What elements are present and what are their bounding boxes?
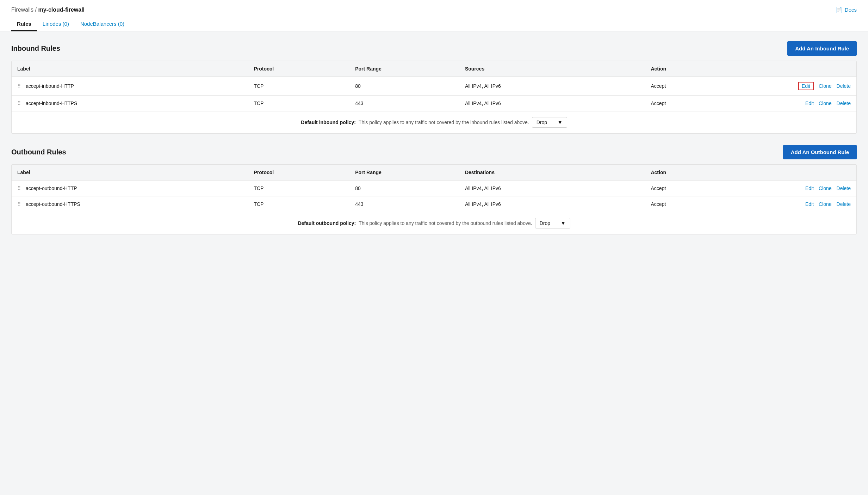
outbound-table-wrapper: Label Protocol Port Range Destinations A… <box>11 164 857 234</box>
inbound-row1-edit-button[interactable]: Edit <box>798 82 814 90</box>
docs-icon: 📄 <box>836 6 843 13</box>
outbound-row1-destinations: All IPv4, All IPv6 <box>459 181 645 196</box>
outbound-row1-protocol: TCP <box>248 181 349 196</box>
outbound-row2-destinations: All IPv4, All IPv6 <box>459 196 645 212</box>
inbound-row2-edit-button[interactable]: Edit <box>805 100 814 106</box>
inbound-row2-action: Accept <box>645 96 730 111</box>
tab-nodebalancers[interactable]: NodeBalancers (0) <box>75 17 130 31</box>
outbound-table-row: ⠿ accept-outbound-HTTPS TCP 443 All IPv4… <box>12 196 856 212</box>
main-content: Inbound Rules Add An Inbound Rule Label … <box>0 31 868 488</box>
outbound-row2-edit-button[interactable]: Edit <box>805 201 814 207</box>
inbound-section-header: Inbound Rules Add An Inbound Rule <box>11 41 857 56</box>
outbound-row2-delete-button[interactable]: Delete <box>837 201 851 207</box>
outbound-policy-text: This policy applies to any traffic not c… <box>359 220 532 226</box>
inbound-policy-text: This policy applies to any traffic not c… <box>359 120 529 125</box>
outbound-row1-portrange: 80 <box>349 181 459 196</box>
inbound-row1-sources: All IPv4, All IPv6 <box>459 77 645 96</box>
docs-link[interactable]: 📄 Docs <box>836 6 857 13</box>
outbound-col-row-actions <box>730 165 856 181</box>
outbound-row2-protocol: TCP <box>248 196 349 212</box>
inbound-row2-label: accept-inbound-HTTPS <box>26 100 77 106</box>
inbound-table-row: ⠿ accept-inbound-HTTPS TCP 443 All IPv4,… <box>12 96 856 111</box>
outbound-section: Outbound Rules Add An Outbound Rule Labe… <box>11 145 857 234</box>
outbound-col-portrange: Port Range <box>349 165 459 181</box>
inbound-col-label: Label <box>12 61 248 77</box>
inbound-table-row: ⠿ accept-inbound-HTTP TCP 80 All IPv4, A… <box>12 77 856 96</box>
inbound-row2-delete-button[interactable]: Delete <box>837 100 851 106</box>
drag-handle-icon: ⠿ <box>17 185 23 191</box>
inbound-row1-actions: Edit Clone Delete <box>730 77 856 96</box>
outbound-row2-label: accept-outbound-HTTPS <box>26 201 80 207</box>
tab-rules[interactable]: Rules <box>11 17 37 31</box>
inbound-policy-row: Default inbound policy: This policy appl… <box>12 111 856 133</box>
inbound-row2-clone-button[interactable]: Clone <box>819 100 832 106</box>
outbound-col-action: Action <box>645 165 730 181</box>
outbound-row1-delete-button[interactable]: Delete <box>837 185 851 191</box>
inbound-col-row-actions <box>730 61 856 77</box>
drag-handle-icon: ⠿ <box>17 100 23 106</box>
drag-handle-icon: ⠿ <box>17 201 23 207</box>
breadcrumb-prefix: Firewalls / <box>11 7 37 13</box>
outbound-table-row: ⠿ accept-outbound-HTTP TCP 80 All IPv4, … <box>12 181 856 196</box>
outbound-table: Label Protocol Port Range Destinations A… <box>12 165 856 212</box>
inbound-table: Label Protocol Port Range Sources Action <box>12 61 856 111</box>
inbound-row2-label-cell: ⠿ accept-inbound-HTTPS <box>12 96 248 111</box>
outbound-row2-label-cell: ⠿ accept-outbound-HTTPS <box>12 196 248 212</box>
inbound-section: Inbound Rules Add An Inbound Rule Label … <box>11 41 857 134</box>
add-outbound-rule-button[interactable]: Add An Outbound Rule <box>783 145 857 159</box>
inbound-row1-clone-button[interactable]: Clone <box>819 83 832 89</box>
tabs-container: Rules Linodes (0) NodeBalancers (0) <box>0 17 868 31</box>
outbound-row1-actions: Edit Clone Delete <box>730 181 856 196</box>
chevron-down-icon: ▼ <box>558 120 563 125</box>
outbound-policy-dropdown[interactable]: Drop ▼ <box>535 218 570 228</box>
outbound-row1-edit-button[interactable]: Edit <box>805 185 814 191</box>
inbound-policy-bold: Default inbound policy: <box>301 120 356 125</box>
inbound-col-protocol: Protocol <box>248 61 349 77</box>
inbound-policy-value: Drop <box>537 120 547 125</box>
outbound-title: Outbound Rules <box>11 148 66 156</box>
outbound-row2-actions: Edit Clone Delete <box>730 196 856 212</box>
chevron-down-icon: ▼ <box>561 220 566 226</box>
inbound-title: Inbound Rules <box>11 44 60 53</box>
inbound-policy-dropdown[interactable]: Drop ▼ <box>532 117 567 128</box>
drag-handle-icon: ⠿ <box>17 83 23 89</box>
outbound-row2-clone-button[interactable]: Clone <box>819 201 832 207</box>
inbound-row1-portrange: 80 <box>349 77 459 96</box>
inbound-col-portrange: Port Range <box>349 61 459 77</box>
tab-linodes[interactable]: Linodes (0) <box>37 17 75 31</box>
outbound-policy-row: Default outbound policy: This policy app… <box>12 212 856 234</box>
inbound-col-sources: Sources <box>459 61 645 77</box>
outbound-row2-portrange: 443 <box>349 196 459 212</box>
inbound-row1-protocol: TCP <box>248 77 349 96</box>
outbound-table-header: Label Protocol Port Range Destinations A… <box>12 165 856 181</box>
outbound-row1-action: Accept <box>645 181 730 196</box>
inbound-row2-protocol: TCP <box>248 96 349 111</box>
top-bar: Firewalls / my-cloud-firewall 📄 Docs <box>0 0 868 17</box>
outbound-section-header: Outbound Rules Add An Outbound Rule <box>11 145 857 159</box>
add-inbound-rule-button[interactable]: Add An Inbound Rule <box>787 41 857 56</box>
outbound-col-label: Label <box>12 165 248 181</box>
outbound-policy-value: Drop <box>540 220 550 226</box>
docs-label: Docs <box>845 7 857 13</box>
outbound-row2-action: Accept <box>645 196 730 212</box>
inbound-table-wrapper: Label Protocol Port Range Sources Action <box>11 61 857 134</box>
inbound-row1-label-cell: ⠿ accept-inbound-HTTP <box>12 77 248 96</box>
inbound-row1-label: accept-inbound-HTTP <box>26 83 74 89</box>
outbound-col-destinations: Destinations <box>459 165 645 181</box>
outbound-policy-bold: Default outbound policy: <box>298 220 356 226</box>
footer-actions: Discard Changes Save Changes <box>0 488 868 495</box>
outbound-col-protocol: Protocol <box>248 165 349 181</box>
inbound-row1-action: Accept <box>645 77 730 96</box>
outbound-row1-label-cell: ⠿ accept-outbound-HTTP <box>12 181 248 196</box>
outbound-row1-label: accept-outbound-HTTP <box>26 185 77 191</box>
breadcrumb-current: my-cloud-firewall <box>38 7 85 13</box>
outbound-row1-clone-button[interactable]: Clone <box>819 185 832 191</box>
inbound-row1-delete-button[interactable]: Delete <box>837 83 851 89</box>
inbound-row2-actions: Edit Clone Delete <box>730 96 856 111</box>
inbound-row2-sources: All IPv4, All IPv6 <box>459 96 645 111</box>
inbound-col-action: Action <box>645 61 730 77</box>
inbound-table-header: Label Protocol Port Range Sources Action <box>12 61 856 77</box>
breadcrumb: Firewalls / my-cloud-firewall <box>11 7 85 13</box>
inbound-row2-portrange: 443 <box>349 96 459 111</box>
